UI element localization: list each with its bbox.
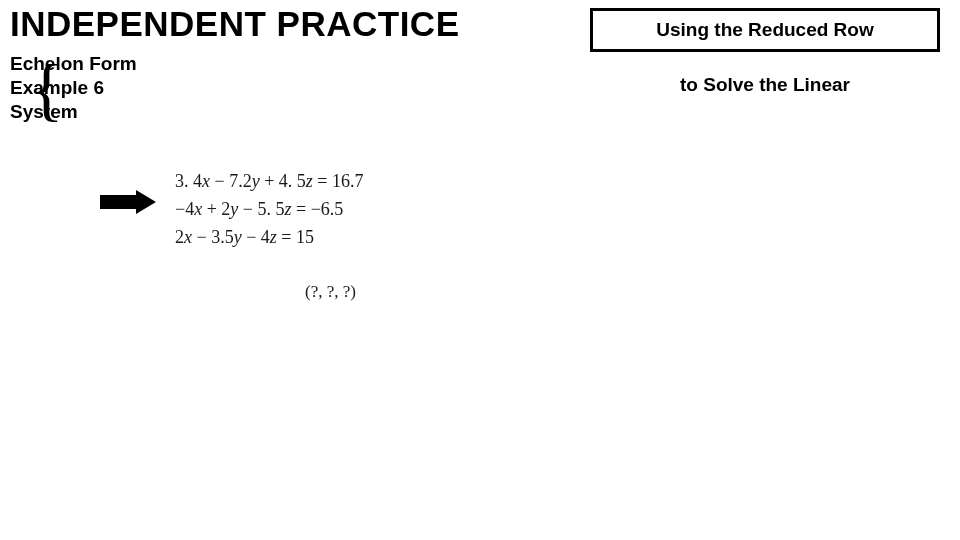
equation-system: 3. 4x − 7.2y + 4. 5z = 16.7 −4x + 2y − 5… bbox=[175, 168, 363, 252]
subtitle-right-line: to Solve the Linear bbox=[590, 74, 940, 96]
subtitle-box-text: Using the Reduced Row bbox=[656, 19, 873, 41]
subtitle-line-1: Echelon Form bbox=[10, 52, 137, 76]
equation-2: −4x + 2y − 5. 5z = −6.5 bbox=[175, 196, 363, 224]
slide: INDEPENDENT PRACTICE { Echelon Form Exam… bbox=[0, 0, 960, 540]
arrow-right-icon bbox=[100, 190, 160, 214]
page-title: INDEPENDENT PRACTICE bbox=[10, 4, 459, 44]
subtitle-left: Echelon Form Example 6 System bbox=[10, 52, 137, 123]
subtitle-line-2: Example 6 bbox=[10, 76, 137, 100]
subtitle-box: Using the Reduced Row bbox=[590, 8, 940, 52]
equation-3: 2x − 3.5y − 4z = 15 bbox=[175, 224, 363, 252]
answer-placeholder: (?, ?, ?) bbox=[305, 282, 356, 302]
subtitle-line-3: System bbox=[10, 100, 137, 124]
equation-1: 3. 4x − 7.2y + 4. 5z = 16.7 bbox=[175, 168, 363, 196]
